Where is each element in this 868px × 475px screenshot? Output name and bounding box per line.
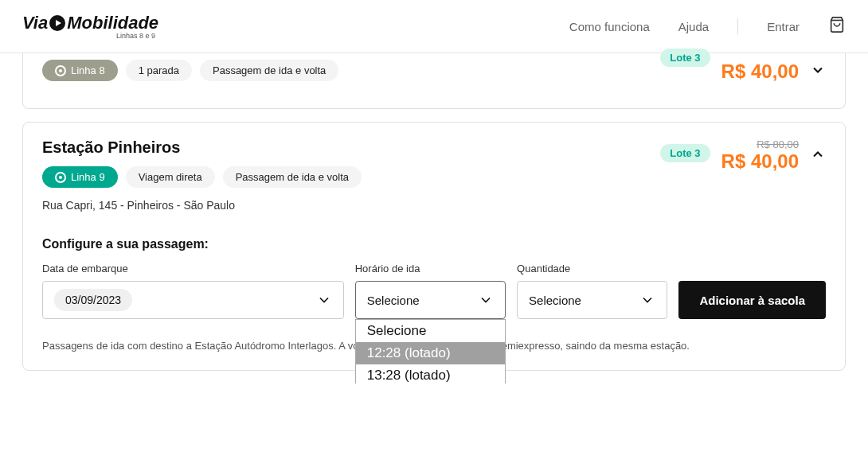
line-label: Linha 9 (71, 171, 105, 183)
lote-badge: Lote 3 (660, 49, 710, 67)
price-block: Lote 3 R$ 80,00 R$ 40,00 (660, 138, 826, 173)
address: Rua Capri, 145 - Pinheiros - São Paulo (42, 199, 362, 212)
logo-suffix: Mobilidade (67, 13, 158, 33)
quantity-select[interactable]: Selecione (517, 281, 667, 319)
configure-title: Configure a sua passagem: (42, 237, 826, 251)
target-icon (55, 172, 66, 183)
nav: Como funciona Ajuda Entrar (569, 16, 846, 37)
collapse-toggle[interactable] (810, 146, 826, 165)
trip-type-tag: Passagem de ida e volta (200, 60, 338, 81)
tags-row: Linha 8 1 parada Passagem de ida e volta (42, 60, 338, 81)
nav-login[interactable]: Entrar (767, 20, 800, 33)
ticket-card-pinheiros: Estação Pinheiros Linha 9 Viagem direta … (22, 122, 846, 371)
expand-toggle[interactable] (810, 62, 826, 81)
date-value: 03/09/2023 (54, 289, 132, 311)
ticket-card-linha8: Linha 8 1 parada Passagem de ida e volta… (22, 53, 846, 109)
add-to-cart-button[interactable]: Adicionar à sacola (678, 281, 826, 319)
app-header: Via Mobilidade Linhas 8 e 9 Como funcion… (0, 0, 868, 53)
target-icon (55, 65, 66, 76)
date-field: Data de embarque 03/09/2023 (42, 263, 344, 319)
stops-tag: 1 parada (126, 60, 192, 81)
dropdown-option-placeholder[interactable]: Selecione (356, 320, 505, 342)
station-title: Estação Pinheiros (42, 138, 362, 157)
logo-subtitle: Linhas 8 e 9 (116, 32, 155, 40)
cart-icon[interactable] (828, 16, 846, 37)
time-label: Horário de ida (355, 263, 506, 274)
time-dropdown: Selecione 12:28 (lotado) 13:28 (lotado) … (355, 319, 506, 384)
line-badge-8: Linha 8 (42, 60, 118, 81)
dropdown-option-1228[interactable]: 12:28 (lotado) (356, 342, 505, 364)
logo-prefix: Via (22, 13, 48, 33)
trip-type-tag: Passagem de ida e volta (223, 166, 362, 188)
chevron-down-icon (316, 292, 332, 308)
line-badge-9: Linha 9 (42, 166, 118, 188)
nav-how-it-works[interactable]: Como funciona (569, 20, 650, 33)
price: R$ 40,00 (721, 60, 799, 83)
time-placeholder: Selecione (367, 294, 420, 307)
date-select[interactable]: 03/09/2023 (42, 281, 344, 319)
direct-tag: Viagem direta (126, 166, 215, 188)
chevron-down-icon (639, 292, 655, 308)
dropdown-option-1328[interactable]: 13:28 (lotado) (356, 364, 505, 384)
nav-divider (737, 18, 738, 34)
price-block: Lote 3 R$ 40,00 (660, 60, 826, 83)
time-field: Horário de ida Selecione Selecione 12:28… (355, 263, 506, 319)
time-select[interactable]: Selecione (355, 281, 506, 319)
form-row: Data de embarque 03/09/2023 Horário de i… (42, 263, 826, 319)
old-price: R$ 80,00 (757, 138, 799, 150)
price: R$ 40,00 (721, 150, 799, 173)
qty-placeholder: Selecione (529, 294, 581, 307)
line-label: Linha 8 (71, 64, 105, 76)
lote-badge: Lote 3 (660, 144, 710, 162)
qty-label: Quantidade (517, 263, 667, 274)
play-icon (49, 15, 65, 31)
quantity-field: Quantidade Selecione (517, 263, 667, 319)
nav-help[interactable]: Ajuda (678, 20, 709, 33)
chevron-down-icon (478, 292, 494, 308)
date-label: Data de embarque (42, 263, 344, 274)
logo[interactable]: Via Mobilidade Linhas 8 e 9 (22, 13, 158, 40)
tags-row: Linha 9 Viagem direta Passagem de ida e … (42, 166, 362, 188)
